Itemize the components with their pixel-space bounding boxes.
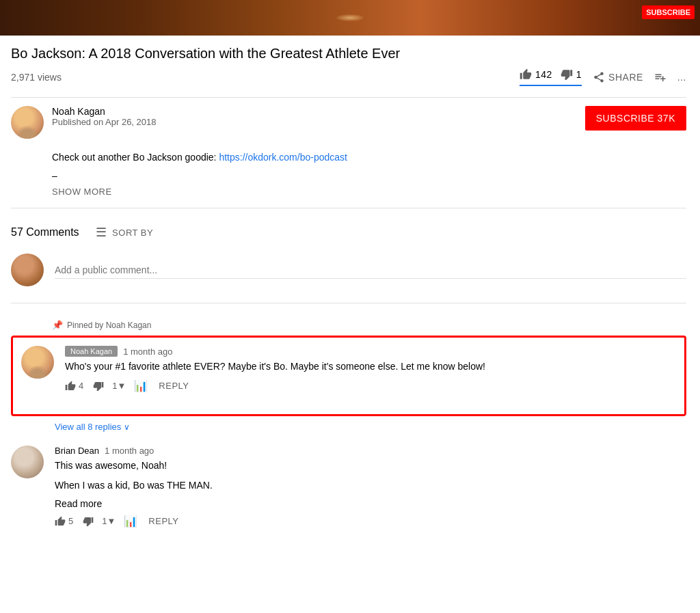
brian-like-count: 5 bbox=[68, 516, 73, 526]
brian-comment-text-2: When I was a kid, Bo was THE MAN. bbox=[55, 478, 686, 493]
pinned-like-button[interactable]: 4 bbox=[65, 381, 83, 392]
show-more-button[interactable]: SHOW MORE bbox=[52, 187, 112, 197]
more-label: ... bbox=[677, 72, 686, 83]
add-to-button[interactable] bbox=[654, 71, 667, 83]
comments-section: 57 Comments ☰ SORT BY 📌 Pinned by Noah K… bbox=[11, 217, 686, 528]
pinned-comment-item: Noah Kagan 1 month ago Who's your #1 fav… bbox=[21, 346, 676, 392]
comments-divider bbox=[11, 208, 686, 208]
share-label: SHARE bbox=[608, 72, 643, 83]
sort-by-button[interactable]: ☰ SORT BY bbox=[96, 225, 154, 240]
video-subscribe-badge[interactable]: SUBSCRIBE bbox=[642, 5, 695, 19]
brian-stats-icon: 📊 bbox=[124, 515, 137, 528]
pinned-reply-button[interactable]: REPLY bbox=[159, 381, 189, 391]
dislike-count: 1 bbox=[576, 69, 582, 80]
brian-comment-time: 1 month ago bbox=[105, 446, 154, 456]
like-button[interactable]: 142 bbox=[520, 68, 552, 81]
sort-by-label: SORT BY bbox=[112, 228, 153, 238]
view-replies-button[interactable]: View all 8 replies ∨ bbox=[55, 422, 130, 432]
pinned-replies-count[interactable]: 1▼ bbox=[112, 381, 126, 391]
pinned-dislike-button[interactable] bbox=[93, 381, 104, 392]
add-to-icon bbox=[654, 71, 667, 83]
share-button[interactable]: SHARE bbox=[593, 71, 643, 83]
pinned-label: 📌 Pinned by Noah Kagan bbox=[52, 320, 686, 330]
brian-thumbs-down-icon bbox=[83, 516, 94, 527]
video-meta-row: 2,971 views 142 1 bbox=[11, 68, 686, 92]
brian-dislike-button[interactable] bbox=[83, 516, 94, 527]
video-glow bbox=[336, 14, 364, 21]
pinned-comment-body: Noah Kagan 1 month ago Who's your #1 fav… bbox=[65, 346, 676, 392]
pinned-comment-wrapper: Noah Kagan 1 month ago Who's your #1 fav… bbox=[11, 336, 686, 416]
channel-info: Noah Kagan Published on Apr 26, 2018 bbox=[52, 106, 157, 127]
like-count: 142 bbox=[535, 69, 552, 80]
video-thumbnail: SUBSCRIBE bbox=[0, 0, 700, 36]
pinned-comment-text: Who's your #1 favorite athlete EVER? May… bbox=[65, 359, 676, 374]
pinned-thumbs-down-icon bbox=[93, 381, 104, 392]
brian-comment-item: Brian Dean 1 month ago This was awesome,… bbox=[11, 446, 686, 528]
sort-icon: ☰ bbox=[96, 225, 107, 240]
chevron-down-icon: ∨ bbox=[124, 422, 130, 432]
dislike-button[interactable]: 1 bbox=[561, 68, 582, 81]
pin-icon: 📌 bbox=[52, 320, 63, 330]
pinned-stats-button[interactable]: 📊 bbox=[134, 379, 148, 392]
stats-icon: 📊 bbox=[134, 379, 148, 392]
user-avatar bbox=[11, 254, 44, 286]
comments-header: 57 Comments ☰ SORT BY bbox=[11, 225, 686, 240]
brian-comment-body: Brian Dean 1 month ago This was awesome,… bbox=[55, 446, 686, 528]
brian-reply-button[interactable]: REPLY bbox=[148, 516, 178, 526]
subscribe-button[interactable]: SUBSCRIBE 37K bbox=[585, 106, 686, 131]
brian-thumbs-up-icon bbox=[55, 516, 66, 527]
author-badge: Noah Kagan bbox=[65, 346, 118, 357]
more-button[interactable]: ... bbox=[677, 72, 686, 83]
action-buttons: 142 1 SHARE bbox=[520, 68, 686, 86]
brian-like-button[interactable]: 5 bbox=[55, 516, 73, 527]
view-replies-label: View all 8 replies bbox=[55, 422, 121, 432]
description: Check out another Bo Jackson goodie: htt… bbox=[52, 150, 686, 181]
pinned-like-count: 4 bbox=[79, 381, 83, 391]
pinned-comment-section: 📌 Pinned by Noah Kagan Noah Kagan 1 mont… bbox=[11, 320, 686, 416]
comment-input[interactable] bbox=[55, 262, 686, 279]
thumbs-up-icon bbox=[520, 68, 532, 81]
pinned-comment-avatar[interactable] bbox=[21, 346, 54, 379]
brian-author-row: Brian Dean 1 month ago bbox=[55, 446, 686, 456]
add-comment-row bbox=[11, 254, 686, 303]
brian-replies-count[interactable]: 1▼ bbox=[102, 516, 116, 526]
read-more-button[interactable]: Read more bbox=[55, 498, 102, 509]
comments-count: 57 Comments bbox=[11, 226, 79, 239]
pinned-thumbs-up-icon bbox=[65, 381, 76, 392]
pinned-author-row: Noah Kagan 1 month ago bbox=[65, 346, 676, 357]
thumbs-down-icon bbox=[561, 68, 573, 81]
channel-left: Noah Kagan Published on Apr 26, 2018 bbox=[11, 106, 157, 139]
pinned-label-text: Pinned by Noah Kagan bbox=[67, 321, 151, 330]
meta-divider bbox=[11, 97, 686, 98]
channel-avatar[interactable] bbox=[11, 106, 44, 139]
like-dislike-group: 142 1 bbox=[520, 68, 582, 86]
video-title: Bo Jackson: A 2018 Conversation with the… bbox=[11, 44, 686, 63]
brian-avatar[interactable] bbox=[11, 446, 44, 478]
brian-comment-text-1: This was awesome, Noah! bbox=[55, 459, 686, 473]
channel-row: Noah Kagan Published on Apr 26, 2018 SUB… bbox=[11, 106, 686, 139]
view-count: 2,971 views bbox=[11, 72, 62, 83]
share-icon bbox=[593, 71, 605, 83]
pinned-comment-actions: 4 1▼ 📊 bbox=[65, 379, 676, 392]
channel-name[interactable]: Noah Kagan bbox=[52, 106, 157, 117]
description-dash: – bbox=[52, 170, 686, 181]
brian-author-name[interactable]: Brian Dean bbox=[55, 446, 99, 456]
pinned-comment-time: 1 month ago bbox=[123, 346, 172, 357]
description-link[interactable]: https://okdork.com/bo-podcast bbox=[219, 152, 347, 163]
brian-comment-actions: 5 1▼ 📊 REPLY bbox=[55, 515, 686, 528]
brian-stats-button[interactable]: 📊 bbox=[124, 515, 137, 528]
description-text: Check out another Bo Jackson goodie: htt… bbox=[52, 150, 686, 165]
published-date: Published on Apr 26, 2018 bbox=[52, 117, 157, 127]
